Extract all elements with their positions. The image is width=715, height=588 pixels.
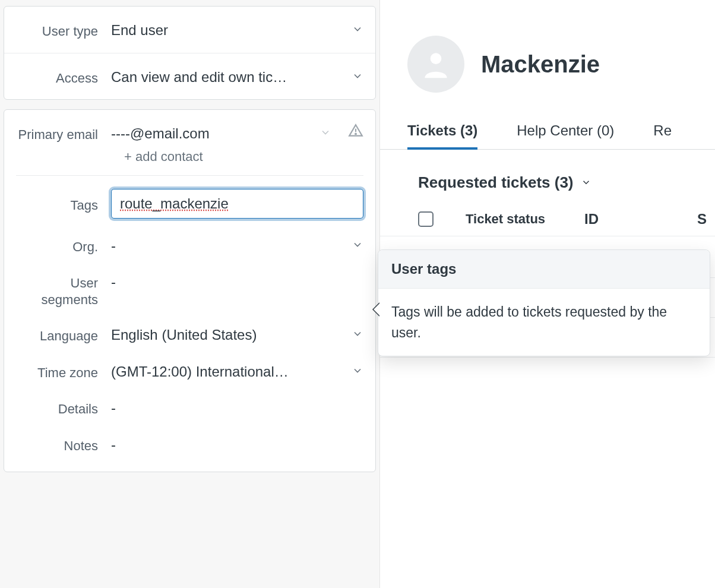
user-tags-popover: User tags Tags will be added to tickets … [378,249,710,356]
chevron-down-icon[interactable] [352,23,363,35]
avatar[interactable] [407,36,464,93]
user-type-label: User type [16,20,111,40]
language-value: English (United States) [111,324,257,343]
select-all-checkbox[interactable] [418,211,434,227]
chevron-down-icon[interactable] [352,365,363,377]
tab-related[interactable]: Re [653,116,672,150]
language-row[interactable]: Language English (United States) [4,321,375,358]
user-type-row[interactable]: User type End user [4,7,375,53]
svg-point-2 [431,53,442,64]
svg-point-1 [355,134,356,135]
access-row[interactable]: Access Can view and edit own tic… [4,53,375,100]
user-segments-label: User segments [16,271,111,308]
tabs: Tickets (3) Help Center (0) Re [380,116,715,150]
details-row[interactable]: Details - [4,394,375,431]
user-basics-card: User type End user Access Can view and e… [4,6,376,100]
add-contact-link[interactable]: + add contact [4,146,375,175]
popover-title: User tags [378,250,710,289]
org-row[interactable]: Org. - [4,232,375,268]
org-label: Org. [16,235,111,255]
warning-icon [348,123,363,142]
user-details-card: Primary email ----@email.com + add conta… [4,109,376,472]
chevron-down-icon[interactable] [352,328,363,340]
user-segments-row: User segments - [4,268,375,321]
notes-label: Notes [16,434,111,454]
popover-body: Tags will be added to tickets requested … [378,289,710,356]
profile-header: Mackenzie [380,0,715,116]
access-value: Can view and edit own tic… [111,67,287,86]
tab-tickets[interactable]: Tickets (3) [407,116,477,150]
time-zone-row[interactable]: Time zone (GMT-12:00) International… [4,358,375,394]
access-label: Access [16,67,111,87]
chevron-down-icon[interactable] [352,70,363,82]
requested-tickets-header[interactable]: Requested tickets (3) [380,150,715,203]
tab-help-center[interactable]: Help Center (0) [517,116,614,150]
time-zone-value: (GMT-12:00) International… [111,361,289,380]
primary-email-label: Primary email [16,123,111,143]
table-header: Ticket status ID S [380,203,715,236]
org-value: - [111,235,116,254]
chevron-down-icon[interactable] [352,239,363,251]
user-segments-value: - [111,271,116,290]
time-zone-label: Time zone [16,361,111,381]
col-id[interactable]: ID [584,211,697,227]
details-label: Details [16,397,111,418]
notes-row[interactable]: Notes - [4,431,375,472]
chevron-down-icon[interactable] [319,127,331,138]
tags-row: Tags [4,176,375,232]
user-type-value: End user [111,20,168,39]
tags-input[interactable] [111,189,363,219]
primary-email-value[interactable]: ----@email.com [111,123,210,142]
notes-value: - [111,434,116,453]
col-ticket-status[interactable]: Ticket status [466,211,584,227]
tags-label: Tags [16,189,111,214]
chevron-down-icon[interactable] [581,173,591,192]
details-value: - [111,397,116,416]
primary-email-row: Primary email ----@email.com [4,110,375,146]
col-subject[interactable]: S [697,211,715,227]
profile-name: Mackenzie [481,51,600,78]
language-label: Language [16,324,111,344]
